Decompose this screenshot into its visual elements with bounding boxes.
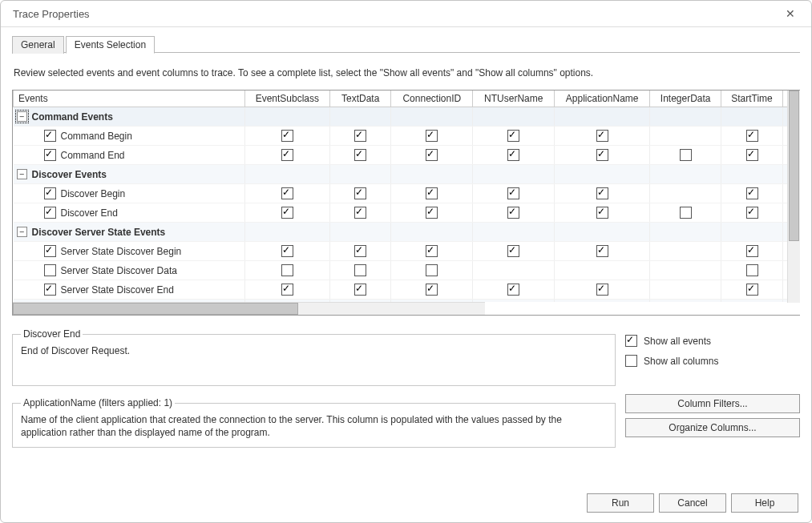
cell-checkbox[interactable] — [354, 187, 366, 199]
event-row[interactable]: Server State Discover Data — [14, 261, 800, 280]
cell-checkbox[interactable] — [354, 245, 366, 257]
cell-checkbox[interactable] — [596, 245, 608, 257]
titlebar: Trace Properties ✕ — [1, 1, 811, 26]
event-row-checkbox[interactable] — [44, 149, 56, 161]
cell-checkbox[interactable] — [426, 245, 438, 257]
cell-checkbox[interactable] — [426, 284, 438, 296]
cell-checkbox[interactable] — [281, 264, 293, 276]
cell-checkbox[interactable] — [507, 187, 519, 199]
cell-checkbox[interactable] — [596, 130, 608, 142]
cell-checkbox[interactable] — [507, 245, 519, 257]
cell-checkbox[interactable] — [596, 149, 608, 161]
cell-checkbox[interactable] — [746, 264, 758, 276]
cell-checkbox[interactable] — [596, 284, 608, 296]
cell-checkbox[interactable] — [746, 207, 758, 219]
cell-checkbox[interactable] — [354, 130, 366, 142]
show-all-columns-checkbox[interactable] — [625, 355, 637, 367]
cell-checkbox[interactable] — [354, 264, 366, 276]
event-row[interactable]: Command End — [14, 146, 800, 165]
column-help-legend: ApplicationName (filters applied: 1) — [21, 397, 175, 408]
cell-checkbox[interactable] — [507, 207, 519, 219]
cell-checkbox[interactable] — [596, 207, 608, 219]
col-connectionid[interactable]: ConnectionID — [391, 91, 473, 107]
cell-checkbox[interactable] — [281, 245, 293, 257]
cell-checkbox[interactable] — [426, 187, 438, 199]
collapse-icon[interactable]: − — [17, 111, 27, 122]
cell-checkbox[interactable] — [281, 187, 293, 199]
cell-checkbox[interactable] — [354, 149, 366, 161]
event-row[interactable]: Discover End — [14, 203, 800, 223]
group-row[interactable]: −Command Events — [14, 107, 800, 127]
event-row-checkbox[interactable] — [44, 187, 56, 199]
event-row[interactable]: Server State Discover End — [14, 280, 800, 300]
cell-checkbox[interactable] — [746, 284, 758, 296]
event-row-checkbox[interactable] — [44, 207, 56, 219]
cell-checkbox[interactable] — [281, 207, 293, 219]
cancel-button[interactable]: Cancel — [659, 493, 726, 513]
cell-checkbox[interactable] — [746, 245, 758, 257]
instruction-text: Review selected events and event columns… — [14, 67, 800, 78]
group-label: Command Events — [32, 111, 113, 123]
close-icon[interactable]: ✕ — [778, 1, 803, 26]
cell-checkbox[interactable] — [426, 149, 438, 161]
grid-header-row: Events EventSubclass TextData Connection… — [14, 91, 800, 107]
event-row[interactable]: Server State Discover Begin — [14, 242, 800, 261]
col-starttime[interactable]: StartTime — [721, 91, 782, 107]
cell-checkbox[interactable] — [354, 284, 366, 296]
cell-checkbox[interactable] — [680, 207, 692, 219]
cell-checkbox[interactable] — [281, 130, 293, 142]
col-integerdata[interactable]: IntegerData — [650, 91, 721, 107]
cell-checkbox[interactable] — [426, 264, 438, 276]
cell-checkbox[interactable] — [680, 149, 692, 161]
tab-events-selection[interactable]: Events Selection — [66, 36, 155, 54]
show-all-events-option[interactable]: Show all events — [625, 335, 800, 347]
collapse-icon[interactable]: − — [17, 227, 27, 237]
event-row-checkbox[interactable] — [44, 264, 56, 276]
event-row-checkbox[interactable] — [44, 130, 56, 142]
col-eventsubclass[interactable]: EventSubclass — [244, 91, 329, 107]
horizontal-scrollbar[interactable] — [13, 302, 485, 315]
vertical-scrollbar[interactable] — [787, 91, 800, 303]
cell-checkbox[interactable] — [596, 187, 608, 199]
events-grid[interactable]: Events EventSubclass TextData Connection… — [12, 90, 800, 316]
event-help-text: End of Discover Request. — [21, 344, 607, 357]
group-label: Discover Server State Events — [32, 227, 166, 238]
cell-checkbox[interactable] — [281, 284, 293, 296]
event-label: Command Begin — [61, 131, 132, 142]
collapse-icon[interactable]: − — [17, 169, 27, 179]
column-help-text: Name of the client application that crea… — [21, 413, 607, 439]
group-label: Discover Events — [32, 169, 107, 180]
cell-checkbox[interactable] — [507, 130, 519, 142]
help-button[interactable]: Help — [731, 493, 798, 513]
event-row-checkbox[interactable] — [44, 245, 56, 257]
cell-checkbox[interactable] — [426, 207, 438, 219]
show-all-columns-label: Show all columns — [644, 356, 718, 367]
tab-general[interactable]: General — [12, 36, 64, 54]
cell-checkbox[interactable] — [507, 284, 519, 296]
col-ntusername[interactable]: NTUserName — [473, 91, 555, 107]
event-row[interactable]: Discover Begin — [14, 184, 800, 203]
cell-checkbox[interactable] — [426, 130, 438, 142]
cell-checkbox[interactable] — [746, 149, 758, 161]
cell-checkbox[interactable] — [354, 207, 366, 219]
cell-checkbox[interactable] — [507, 149, 519, 161]
col-events[interactable]: Events — [14, 91, 245, 107]
run-button[interactable]: Run — [587, 493, 654, 513]
group-row[interactable]: −Discover Events — [14, 165, 800, 184]
cell-checkbox[interactable] — [746, 130, 758, 142]
client-area: General Events Selection Review selected… — [1, 26, 811, 522]
col-applicationname[interactable]: ApplicationName — [555, 91, 650, 107]
show-all-events-label: Show all events — [644, 336, 711, 347]
cell-checkbox[interactable] — [281, 149, 293, 161]
event-row[interactable]: Command Begin — [14, 127, 800, 146]
cell-checkbox[interactable] — [746, 187, 758, 199]
event-help-legend: Discover End — [21, 328, 83, 340]
show-all-events-checkbox[interactable] — [625, 335, 637, 347]
window-title: Trace Properties — [9, 8, 778, 20]
event-row-checkbox[interactable] — [44, 284, 56, 296]
show-all-columns-option[interactable]: Show all columns — [625, 355, 800, 367]
col-textdata[interactable]: TextData — [329, 91, 390, 107]
column-filters-button[interactable]: Column Filters... — [625, 394, 800, 413]
organize-columns-button[interactable]: Organize Columns... — [625, 418, 800, 437]
group-row[interactable]: −Discover Server State Events — [14, 223, 800, 242]
